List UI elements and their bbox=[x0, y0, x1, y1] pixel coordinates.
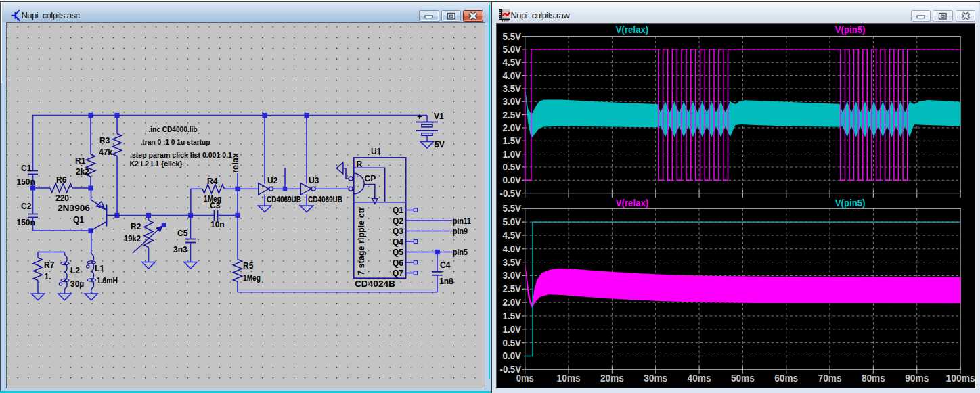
svg-text:K2 L2 L1 {click}: K2 L2 L1 {click} bbox=[130, 159, 183, 168]
svg-text:C4: C4 bbox=[440, 260, 451, 270]
svg-text:C1: C1 bbox=[21, 164, 32, 173]
svg-text:70ms: 70ms bbox=[818, 373, 841, 384]
svg-text:relax: relax bbox=[231, 153, 240, 173]
svg-text:5.5V: 5.5V bbox=[502, 203, 521, 214]
svg-text:.step param click list 0.001 0: .step param click list 0.001 0.1 bbox=[130, 150, 232, 160]
svg-text:1Meg: 1Meg bbox=[243, 273, 261, 283]
svg-text:30ms: 30ms bbox=[644, 373, 667, 384]
svg-text:19k2: 19k2 bbox=[124, 234, 141, 244]
svg-text:CD4069UB: CD4069UB bbox=[267, 195, 301, 204]
svg-text:2.0V: 2.0V bbox=[502, 122, 521, 133]
svg-text:0.0V: 0.0V bbox=[502, 175, 521, 185]
svg-text:47k: 47k bbox=[99, 147, 112, 157]
svg-text:Q1: Q1 bbox=[73, 215, 84, 225]
svg-text:Q6: Q6 bbox=[393, 258, 403, 268]
svg-text:pin9: pin9 bbox=[453, 227, 468, 236]
svg-text:1.5V: 1.5V bbox=[502, 135, 521, 146]
svg-text:V(relax): V(relax) bbox=[615, 198, 648, 208]
svg-text:Q3: Q3 bbox=[393, 227, 403, 236]
svg-text:R1: R1 bbox=[75, 156, 86, 166]
svg-text:V(pin5): V(pin5) bbox=[834, 198, 865, 208]
svg-text:5V: 5V bbox=[435, 140, 445, 149]
svg-text:3.0V: 3.0V bbox=[502, 270, 521, 281]
svg-text:2k2: 2k2 bbox=[76, 167, 89, 177]
svg-text:150n: 150n bbox=[17, 177, 35, 187]
svg-text:Q7: Q7 bbox=[393, 269, 403, 278]
svg-text:L2: L2 bbox=[70, 266, 80, 275]
svg-text:R: R bbox=[357, 160, 363, 169]
svg-text:2.5V: 2.5V bbox=[502, 283, 521, 294]
svg-text:0ms: 0ms bbox=[516, 373, 533, 384]
svg-text:4.5V: 4.5V bbox=[502, 230, 521, 241]
svg-text:10n: 10n bbox=[210, 220, 225, 229]
svg-text:90ms: 90ms bbox=[905, 373, 929, 384]
svg-text:3.5V: 3.5V bbox=[502, 83, 521, 94]
svg-text:pin11: pin11 bbox=[453, 216, 471, 226]
svg-text:CP: CP bbox=[365, 174, 376, 183]
svg-text:5.0V: 5.0V bbox=[502, 44, 521, 55]
svg-text:Q5: Q5 bbox=[393, 248, 403, 257]
svg-text:7 stage ripple ctr: 7 stage ripple ctr bbox=[357, 207, 366, 275]
svg-text:40ms: 40ms bbox=[687, 373, 711, 384]
svg-text:4.0V: 4.0V bbox=[502, 70, 521, 81]
svg-text:10ms: 10ms bbox=[556, 373, 580, 384]
svg-text:0.5V: 0.5V bbox=[502, 162, 521, 172]
svg-text:U1: U1 bbox=[371, 147, 382, 156]
svg-text:U2: U2 bbox=[267, 176, 278, 185]
svg-text:150n: 150n bbox=[17, 218, 35, 227]
svg-text:.tran 0 :1 0 1u startup: .tran 0 :1 0 1u startup bbox=[141, 137, 210, 147]
svg-text:U3: U3 bbox=[309, 176, 319, 185]
svg-text:C2: C2 bbox=[21, 202, 32, 211]
svg-text:L1: L1 bbox=[95, 264, 104, 273]
svg-text:1.: 1. bbox=[45, 272, 51, 281]
svg-text:1.5V: 1.5V bbox=[502, 310, 521, 321]
svg-text:100ms: 100ms bbox=[945, 373, 975, 384]
svg-text:pin5: pin5 bbox=[453, 248, 468, 257]
svg-text:4.5V: 4.5V bbox=[502, 57, 521, 68]
svg-text:60ms: 60ms bbox=[774, 373, 798, 384]
svg-text:CD4024B: CD4024B bbox=[355, 279, 395, 289]
svg-text:-0.5V: -0.5V bbox=[499, 188, 521, 199]
svg-text:Q4: Q4 bbox=[393, 237, 403, 247]
svg-text:R4: R4 bbox=[207, 177, 218, 186]
svg-text:30µ: 30µ bbox=[70, 279, 84, 289]
svg-text:.inc CD4000.lib: .inc CD4000.lib bbox=[149, 124, 198, 134]
svg-text:1.0V: 1.0V bbox=[502, 324, 521, 335]
svg-text:R5: R5 bbox=[243, 261, 254, 271]
svg-text:V1: V1 bbox=[434, 112, 444, 121]
svg-text:80ms: 80ms bbox=[861, 373, 885, 384]
svg-text:20ms: 20ms bbox=[600, 373, 623, 384]
svg-text:220: 220 bbox=[55, 193, 69, 203]
svg-text:5.0V: 5.0V bbox=[502, 216, 521, 227]
svg-text:2.5V: 2.5V bbox=[502, 110, 521, 120]
svg-text:C5: C5 bbox=[177, 229, 188, 238]
svg-text:3n3: 3n3 bbox=[173, 245, 187, 254]
svg-text:0.5V: 0.5V bbox=[502, 338, 521, 348]
svg-text:1n8: 1n8 bbox=[439, 277, 453, 286]
svg-text:R7: R7 bbox=[44, 260, 55, 270]
svg-text:0.0V: 0.0V bbox=[502, 350, 521, 361]
svg-text:3.5V: 3.5V bbox=[502, 257, 521, 268]
svg-text:V(pin5): V(pin5) bbox=[834, 24, 865, 35]
svg-text:4.0V: 4.0V bbox=[502, 244, 521, 254]
svg-text:2N3906: 2N3906 bbox=[58, 204, 90, 213]
svg-text:1.6mH: 1.6mH bbox=[97, 276, 118, 285]
svg-text:Q1: Q1 bbox=[393, 206, 403, 215]
svg-text:R2: R2 bbox=[131, 222, 141, 231]
svg-text:50ms: 50ms bbox=[730, 373, 754, 384]
svg-text:2.0V: 2.0V bbox=[502, 297, 521, 308]
svg-text:R3: R3 bbox=[99, 136, 110, 145]
svg-text:Q2: Q2 bbox=[393, 216, 403, 226]
svg-text:1.0V: 1.0V bbox=[502, 149, 521, 160]
svg-text:+: + bbox=[417, 112, 422, 122]
svg-text:3.0V: 3.0V bbox=[502, 96, 521, 107]
svg-text:5.5V: 5.5V bbox=[502, 31, 521, 42]
svg-text:R6: R6 bbox=[56, 175, 67, 185]
svg-text:CD4069UB: CD4069UB bbox=[308, 195, 342, 204]
svg-text:C3: C3 bbox=[210, 201, 221, 210]
svg-text:V(relax): V(relax) bbox=[615, 24, 648, 35]
